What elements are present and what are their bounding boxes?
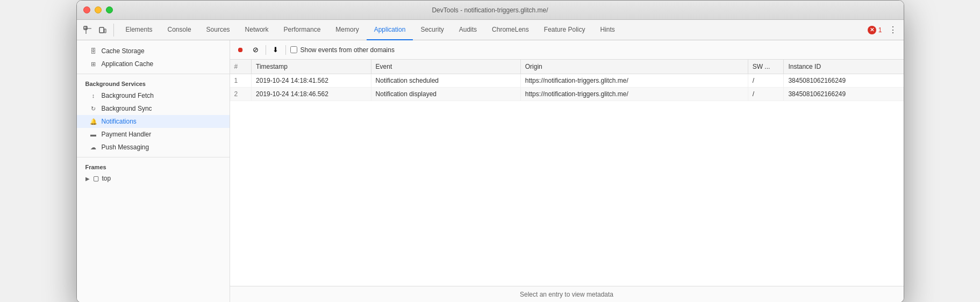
bg-services-label: Background Services [77, 77, 230, 89]
col-header-timestamp[interactable]: Timestamp [252, 60, 371, 74]
cell-event: Notification displayed [371, 88, 520, 101]
tab-elements[interactable]: Elements [118, 20, 160, 40]
window-title: DevTools - notification-triggers.glitch.… [432, 6, 548, 14]
arrow-right-icon: ▶ [85, 176, 90, 182]
more-options-button[interactable]: ⋮ [886, 24, 899, 37]
table-row[interactable]: 2 2019-10-24 14:18:46.562 Notification d… [230, 88, 904, 101]
cell-event: Notification scheduled [371, 74, 520, 88]
cell-timestamp: 2019-10-24 14:18:46.562 [252, 88, 371, 101]
sidebar-item-application-cache[interactable]: ⊞ Application Cache [77, 57, 230, 70]
sidebar-item-frames-top[interactable]: ▶ ▢ top [77, 172, 230, 184]
bell-icon: 🔔 [90, 118, 97, 125]
cell-timestamp: 2019-10-24 14:18:41.562 [252, 74, 371, 88]
toolbar: ⏺ ⊘ ⬇ Show events from other domains [230, 40, 904, 60]
device-toggle-icon[interactable] [96, 24, 109, 37]
cell-instance: 3845081062166249 [784, 88, 904, 101]
col-header-instance[interactable]: Instance ID [784, 60, 904, 74]
cloud-icon: ☁ [90, 143, 97, 151]
sidebar-divider-1 [77, 74, 230, 74]
error-badge: ✕ 1 [868, 26, 882, 34]
cell-instance: 3845081062166249 [784, 74, 904, 88]
tab-chromelens[interactable]: ChromeLens [484, 20, 537, 40]
database-icon: 🗄 [90, 47, 97, 55]
sync-icon: ↻ [90, 105, 97, 112]
payment-icon: ▬ [90, 131, 97, 138]
sidebar-divider-2 [77, 157, 230, 157]
table-header: # Timestamp Event Origin SW ... Instance… [230, 60, 904, 74]
toolbar-separator-2 [285, 45, 286, 55]
table-row[interactable]: 1 2019-10-24 14:18:41.562 Notification s… [230, 74, 904, 88]
cell-num: 1 [230, 74, 252, 88]
svg-rect-4 [104, 29, 106, 33]
sidebar-item-cache-storage[interactable]: 🗄 Cache Storage [77, 45, 230, 57]
frames-label: Frames [77, 161, 230, 172]
minimize-button[interactable] [95, 6, 102, 13]
cell-sw: / [748, 74, 784, 88]
tab-feature-policy[interactable]: Feature Policy [537, 20, 593, 40]
tab-list: Elements Console Sources Network Perform… [118, 20, 868, 40]
fetch-icon: ↕ [90, 92, 97, 99]
error-icon: ✕ [868, 26, 876, 34]
notifications-table: # Timestamp Event Origin SW ... Instance… [230, 60, 904, 286]
tab-memory[interactable]: Memory [328, 20, 366, 40]
devtools-window: DevTools - notification-triggers.glitch.… [76, 0, 904, 302]
tab-application[interactable]: Application [367, 20, 413, 40]
main-area: 🗄 Cache Storage ⊞ Application Cache Back… [77, 40, 904, 302]
devtools-icon-group [81, 24, 114, 37]
title-bar: DevTools - notification-triggers.glitch.… [77, 1, 904, 20]
clear-button[interactable]: ⊘ [251, 45, 261, 55]
content-area: ⏺ ⊘ ⬇ Show events from other domains # T… [230, 40, 904, 302]
sidebar-item-push-messaging[interactable]: ☁ Push Messaging [77, 141, 230, 154]
cell-origin: https://notification-triggers.glitch.me/ [520, 88, 748, 101]
tab-security[interactable]: Security [413, 20, 451, 40]
grid-icon: ⊞ [90, 60, 97, 68]
show-events-label[interactable]: Show events from other domains [290, 46, 395, 54]
record-button[interactable]: ⏺ [235, 45, 246, 55]
col-header-origin[interactable]: Origin [520, 60, 748, 74]
tab-performance[interactable]: Performance [276, 20, 328, 40]
table-body: 1 2019-10-24 14:18:41.562 Notification s… [230, 74, 904, 101]
col-header-sw[interactable]: SW ... [748, 60, 784, 74]
svg-rect-0 [84, 26, 87, 30]
toolbar-separator [266, 45, 266, 55]
traffic-lights [83, 6, 113, 13]
cell-num: 2 [230, 88, 252, 101]
sidebar-item-background-fetch[interactable]: ↕ Background Fetch [77, 89, 230, 102]
cell-origin: https://notification-triggers.glitch.me/ [520, 74, 748, 88]
tab-audits[interactable]: Audits [452, 20, 484, 40]
metadata-bar: Select an entry to view metadata [230, 286, 904, 302]
col-header-event[interactable]: Event [371, 60, 520, 74]
col-header-num: # [230, 60, 252, 74]
tab-right-area: ✕ 1 ⋮ [868, 24, 899, 37]
tab-console[interactable]: Console [160, 20, 199, 40]
show-events-checkbox[interactable] [290, 46, 297, 53]
sidebar-item-notifications[interactable]: 🔔 Notifications [77, 115, 230, 128]
tab-hints[interactable]: Hints [593, 20, 623, 40]
data-table: # Timestamp Event Origin SW ... Instance… [230, 60, 904, 101]
svg-rect-3 [99, 27, 104, 33]
inspect-icon[interactable] [81, 24, 94, 37]
sidebar-item-background-sync[interactable]: ↻ Background Sync [77, 102, 230, 115]
devtools-tab-bar: Elements Console Sources Network Perform… [77, 20, 904, 40]
tab-sources[interactable]: Sources [199, 20, 238, 40]
folder-icon: ▢ [93, 175, 99, 182]
sidebar: 🗄 Cache Storage ⊞ Application Cache Back… [77, 40, 230, 302]
sidebar-item-payment-handler[interactable]: ▬ Payment Handler [77, 128, 230, 141]
maximize-button[interactable] [106, 6, 113, 13]
save-button[interactable]: ⬇ [270, 45, 281, 55]
cell-sw: / [748, 88, 784, 101]
tab-network[interactable]: Network [238, 20, 276, 40]
close-button[interactable] [83, 6, 90, 13]
